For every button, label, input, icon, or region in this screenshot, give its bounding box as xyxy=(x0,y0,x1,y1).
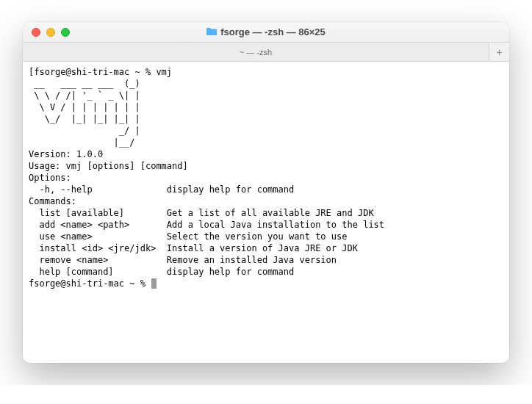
terminal-window: fsorge — -zsh — 86×25 ~ — -zsh + [fsorge… xyxy=(23,22,509,363)
traffic-lights xyxy=(23,28,70,37)
window-title-text: fsorge — -zsh — 86×25 xyxy=(220,26,326,37)
terminal-prompt-line: fsorge@shi-tri-mac ~ % xyxy=(29,278,503,289)
tabbar: ~ — -zsh + xyxy=(23,43,509,62)
terminal-line: remove <name> Remove an installed Java v… xyxy=(29,254,503,266)
cursor xyxy=(151,278,157,289)
titlebar: fsorge — -zsh — 86×25 xyxy=(23,22,509,43)
terminal-line: |__/ xyxy=(29,137,503,148)
tab-label: ~ — -zsh xyxy=(240,48,272,57)
terminal-line: Usage: vmj [options] [command] xyxy=(29,160,503,172)
tab-active[interactable]: ~ — -zsh xyxy=(23,43,489,61)
new-tab-button[interactable]: + xyxy=(489,43,509,61)
zoom-button[interactable] xyxy=(61,28,70,37)
terminal-line: add <name> <path> Add a local Java insta… xyxy=(29,219,503,231)
terminal-line: _/ | xyxy=(29,125,503,137)
close-button[interactable] xyxy=(32,28,40,37)
terminal-line: -h, --help display help for command xyxy=(29,184,503,195)
terminal-line: \ \ / /| '_ ` _ \| | xyxy=(29,90,503,101)
terminal-line: list [available] Get a list of all avail… xyxy=(29,207,503,219)
terminal-line: Version: 1.0.0 xyxy=(29,148,503,160)
terminal-line: Commands: xyxy=(29,195,503,207)
prompt: fsorge@shi-tri-mac ~ % xyxy=(29,278,151,289)
terminal-line: use <name> Select the version you want t… xyxy=(29,231,503,242)
terminal-line: \ V / | | | | | | | xyxy=(29,101,503,113)
plus-icon: + xyxy=(496,46,502,58)
terminal-line: __ ___ __ ___ (_) xyxy=(29,78,503,90)
window-title: fsorge — -zsh — 86×25 xyxy=(23,26,509,37)
terminal-line: Options: xyxy=(29,172,503,184)
minimize-button[interactable] xyxy=(46,28,55,37)
folder-icon xyxy=(206,27,217,37)
terminal-line: help [command] display help for command xyxy=(29,266,503,278)
terminal-line: \_/ |_| |_| |_| | xyxy=(29,113,503,125)
terminal-line: [fsorge@shi-tri-mac ~ % vmj xyxy=(29,66,503,78)
terminal-line: install <id> <jre/jdk> Install a version… xyxy=(29,242,503,254)
terminal-content[interactable]: [fsorge@shi-tri-mac ~ % vmj __ ___ __ __… xyxy=(23,62,509,363)
